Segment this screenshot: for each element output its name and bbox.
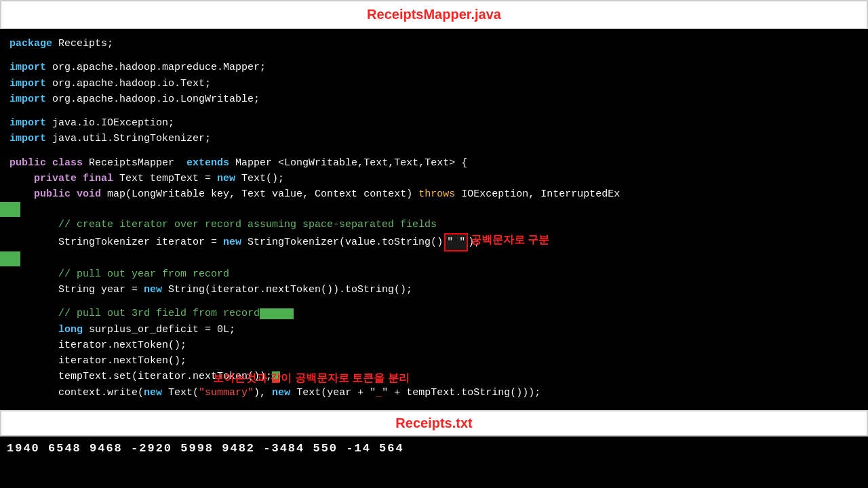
file-title-bar: ReceiptsMapper.java (0, 0, 868, 29)
code-line-5: import org.apache.hadoop.io.LongWritable… (9, 92, 868, 107)
annotation-space: 공백문자로 구분 (471, 232, 549, 249)
code-line-4: import org.apache.hadoop.io.Text; (9, 76, 868, 92)
green-inline-highlight (260, 308, 294, 319)
code-line-11: private final Text tempText = new Text()… (9, 171, 868, 186)
code-line-8: import java.util.StringTokenizer; (9, 131, 868, 146)
code-line-17-comment: // pull out 3rd field from record (9, 306, 868, 321)
string-literal-box: " " (444, 233, 468, 251)
code-line-15: String year = new String(iterator.nextTo… (9, 282, 868, 298)
green-left-bar-1 (0, 202, 20, 217)
code-line-21: tempText.set(iterator.nextToken()); 보이는것… (9, 369, 868, 384)
bottom-file-title: Receipts.txt (395, 415, 472, 430)
code-line-highlight-2 (9, 251, 868, 266)
code-line-13-code: StringTokenizer iterator = new StringTok… (9, 233, 868, 251)
code-line-19: iterator.nextToken(); (9, 338, 868, 353)
code-line-14-comment: // pull out year from record (9, 266, 868, 282)
code-line-3: import org.apache.hadoop.mapreduce.Mappe… (9, 60, 868, 75)
code-line-18: long surplus_or_deficit = 0L; (9, 322, 868, 338)
code-line-12: public void map(LongWritable key, Text v… (9, 186, 868, 202)
code-line-10: public class ReceiptsMapper extends Mapp… (9, 155, 868, 171)
data-line: 1940 6548 9468 -2920 5998 9482 -3484 550… (0, 436, 868, 460)
code-line-1: package Receipts; (9, 36, 868, 52)
bottom-title-bar: Receipts.txt (0, 410, 868, 436)
file-title: ReceiptsMapper.java (367, 7, 501, 22)
green-left-bar-2 (0, 251, 20, 266)
code-editor: package Receipts; import org.apache.hado… (0, 29, 868, 407)
code-line-7: import java.io.IOException; (9, 115, 868, 131)
code-line-highlight-1 (9, 202, 868, 217)
code-line-13-comment: // create iterator over record assuming … (9, 217, 868, 232)
code-line-20: iterator.nextToken(); (9, 353, 868, 369)
code-line-22: context.write( new Text( "summary" ), ne… (9, 385, 868, 401)
